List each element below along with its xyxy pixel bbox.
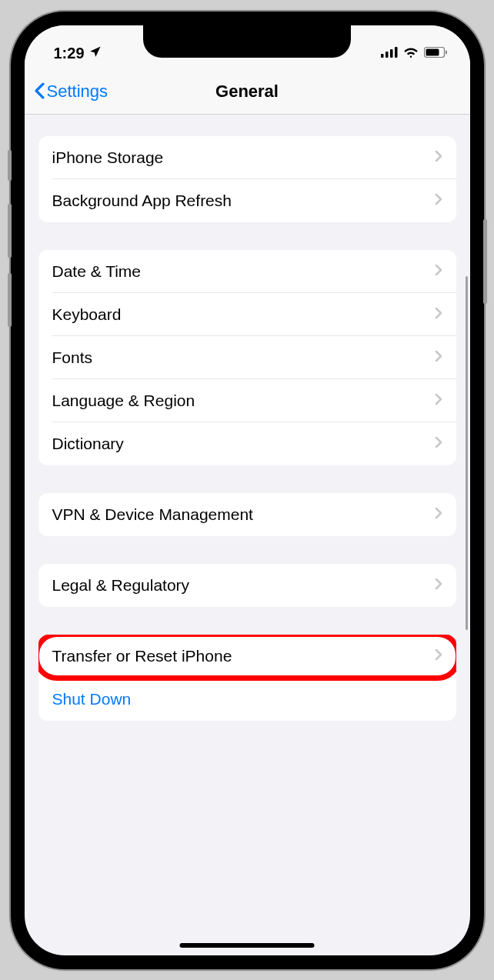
svg-rect-0	[381, 54, 384, 58]
phone-screen: 1:29	[25, 25, 470, 955]
page-title: General	[215, 82, 279, 102]
row-label: Background App Refresh	[52, 192, 232, 210]
location-icon	[88, 45, 102, 62]
row-label: iPhone Storage	[52, 148, 164, 167]
row-transfer-reset[interactable]: Transfer or Reset iPhone	[38, 635, 456, 678]
row-fonts[interactable]: Fonts	[38, 336, 456, 379]
row-dictionary[interactable]: Dictionary	[38, 422, 456, 465]
row-label: Dictionary	[52, 435, 124, 453]
chevron-right-icon	[435, 393, 442, 408]
phone-frame: 1:29	[11, 12, 484, 969]
row-shut-down[interactable]: Shut Down	[38, 678, 456, 721]
row-label: Shut Down	[52, 690, 132, 708]
home-indicator[interactable]	[180, 943, 315, 948]
power-button	[483, 219, 487, 304]
row-language-region[interactable]: Language & Region	[38, 379, 456, 422]
row-label: Transfer or Reset iPhone	[52, 647, 232, 665]
section-vpn: VPN & Device Management	[38, 493, 456, 536]
status-time: 1:29	[54, 45, 85, 62]
row-label: Date & Time	[52, 262, 142, 281]
wifi-icon	[403, 46, 419, 61]
battery-icon	[424, 47, 447, 61]
chevron-right-icon	[435, 648, 442, 664]
row-label: Language & Region	[52, 392, 195, 410]
back-button[interactable]: Settings	[34, 78, 108, 105]
chevron-left-icon	[34, 78, 45, 105]
svg-rect-6	[446, 50, 447, 54]
row-background-app-refresh[interactable]: Background App Refresh	[38, 179, 456, 222]
row-keyboard[interactable]: Keyboard	[38, 293, 456, 336]
chevron-right-icon	[435, 507, 442, 522]
status-left: 1:29	[54, 45, 102, 62]
mute-switch	[8, 150, 12, 181]
chevron-right-icon	[435, 578, 442, 593]
back-label: Settings	[47, 82, 108, 102]
svg-rect-1	[386, 52, 389, 58]
svg-rect-5	[426, 48, 439, 55]
row-label: Legal & Regulatory	[52, 576, 190, 595]
chevron-right-icon	[435, 307, 442, 322]
chevron-right-icon	[435, 193, 442, 208]
row-date-time[interactable]: Date & Time	[38, 250, 456, 293]
volume-up-button	[8, 204, 12, 258]
chevron-right-icon	[435, 350, 442, 365]
svg-rect-3	[395, 47, 398, 58]
row-iphone-storage[interactable]: iPhone Storage	[38, 136, 456, 179]
section-storage: iPhone Storage Background App Refresh	[38, 136, 456, 222]
row-vpn-device-management[interactable]: VPN & Device Management	[38, 493, 456, 536]
row-label: Keyboard	[52, 305, 122, 324]
volume-down-button	[8, 273, 12, 327]
content-area[interactable]: iPhone Storage Background App Refresh Da…	[25, 115, 470, 955]
svg-rect-2	[390, 49, 393, 58]
section-system: Date & Time Keyboard Fonts Language & Re…	[38, 250, 456, 465]
section-legal: Legal & Regulatory	[38, 564, 456, 607]
row-legal-regulatory[interactable]: Legal & Regulatory	[38, 564, 456, 607]
chevron-right-icon	[435, 264, 442, 279]
chevron-right-icon	[435, 436, 442, 452]
cellular-icon	[381, 47, 398, 61]
notch	[143, 25, 351, 58]
row-label: VPN & Device Management	[52, 505, 253, 524]
row-label: Fonts	[52, 348, 93, 367]
section-reset: Transfer or Reset iPhone Shut Down	[38, 635, 456, 721]
scrollbar[interactable]	[466, 276, 468, 630]
nav-bar: Settings General	[25, 70, 470, 115]
status-right	[381, 46, 447, 61]
chevron-right-icon	[435, 150, 442, 165]
